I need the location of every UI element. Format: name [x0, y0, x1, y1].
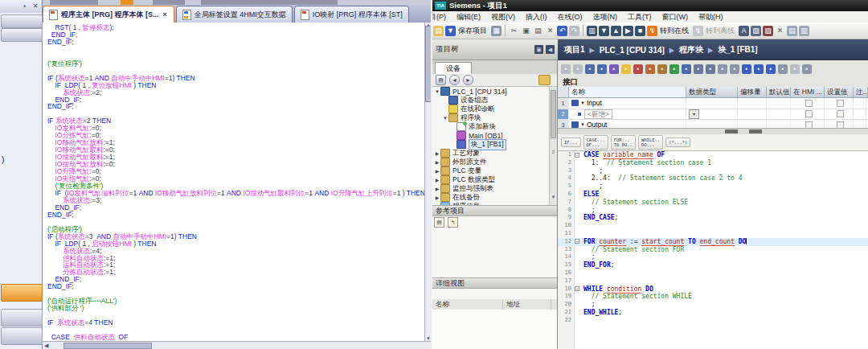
docked-panel-bar[interactable] [1, 14, 43, 28]
tree-item[interactable]: ▶PLC 变量 [432, 166, 549, 175]
expander-icon[interactable]: ▶ [434, 177, 440, 183]
tree-item[interactable]: ▶工艺对象 [432, 149, 549, 158]
menu-item-3[interactable]: 视图(V) [491, 12, 515, 23]
tree-item[interactable]: 添加新块 [432, 122, 549, 131]
offset-cell[interactable] [738, 109, 767, 120]
interface-row[interactable]: 1▼Input [558, 98, 868, 109]
expander-icon[interactable]: ▶ [434, 186, 440, 191]
scroll-left-icon[interactable]: ◀ [44, 343, 48, 349]
interface-column-5[interactable]: 在 HMI ... [791, 87, 825, 97]
insert-network-icon[interactable]: ▪ [561, 64, 571, 74]
close-icon[interactable]: ✕ [31, 2, 39, 10]
setpoint-checkbox[interactable] [837, 100, 844, 107]
split-horizontal-icon[interactable]: ▤ [787, 26, 797, 36]
jump-back-icon[interactable]: ▪ [682, 64, 691, 74]
accessible-devices-icon[interactable]: A [739, 26, 749, 36]
pin-icon[interactable]: ▪ [21, 2, 29, 10]
open-reference-icon[interactable]: ▤ [434, 217, 444, 228]
expander-icon[interactable]: ▼ [442, 116, 448, 121]
interface-column-1[interactable]: 名称 [569, 87, 686, 97]
tree-item[interactable]: 块_1 [FB1] [432, 140, 549, 149]
interface-column-4[interactable]: 默认值 [767, 87, 791, 97]
download-to-device-icon[interactable]: ▼ [599, 26, 609, 36]
monitor-on-icon[interactable]: ▪ [742, 64, 751, 74]
menu-item-1[interactable]: 项目(P) [432, 12, 446, 23]
docked-panel-bar-active[interactable] [1, 284, 43, 302]
tree-item[interactable]: 在线和诊断 [432, 105, 549, 113]
monitor-all-icon[interactable]: ▪ [754, 64, 764, 74]
scroll-down-icon[interactable]: ▼ [551, 195, 556, 199]
docked-panel-bar[interactable] [1, 327, 43, 345]
go-offline-icon-label[interactable]: 转到离线 [706, 26, 735, 36]
snippet-button-2[interactable]: CASE... OF... [583, 135, 608, 150]
default-value-cell[interactable] [767, 98, 791, 109]
favorites-icon[interactable]: ▪ [621, 64, 631, 74]
hmi-checkbox[interactable] [805, 100, 813, 107]
upload-from-device-icon[interactable]: ▲ [611, 26, 621, 36]
tree-scrollbar[interactable]: ≡ ▼ [549, 87, 557, 205]
fold-collapse-icon[interactable]: − [575, 286, 579, 291]
snippet-button-5[interactable]: (*...*) [665, 138, 690, 147]
default-value-cell[interactable] [767, 109, 791, 120]
undock-icon[interactable]: ↰ [448, 217, 458, 228]
menu-item-7[interactable]: 工具(T) [628, 12, 652, 23]
add-row-icon[interactable]: ▪ [573, 64, 583, 74]
forward-icon[interactable]: ► [463, 75, 473, 85]
details-column-2[interactable]: 地址 [503, 299, 551, 310]
docked-panel-bar[interactable] [1, 309, 43, 326]
comment-cell[interactable] [854, 98, 866, 109]
datatype-dropdown-icon[interactable]: ▾ [689, 109, 699, 119]
expander-icon[interactable]: ▶ [434, 195, 440, 200]
offset-cell[interactable] [738, 98, 767, 109]
new-project-icon[interactable]: ▤ [433, 26, 444, 36]
menu-item-4[interactable]: 插入(I) [526, 12, 547, 23]
gx-st-code-editor[interactable]: RST( 1 , 暂停标志); END_IF;END_IF; ('复位程序') … [43, 23, 424, 341]
tree-item[interactable]: ▶PLC 数据类型 [432, 175, 549, 184]
datatype-cell[interactable] [686, 98, 738, 109]
filter-icon[interactable] [538, 75, 551, 85]
save-project-icon-label[interactable]: 保存项目 [458, 26, 487, 36]
expander-icon[interactable]: ▶ [434, 159, 440, 165]
tree-item[interactable]: ▶外部源文件 [432, 158, 549, 166]
interface-row[interactable]: 2<新增>▾ [558, 109, 868, 121]
menu-item-9[interactable]: 帮助(H) [698, 12, 723, 23]
scrollbar-grip-icon[interactable]: ≡ [551, 150, 556, 154]
details-view-header[interactable]: 详细视图 [432, 277, 557, 289]
scrollbar-thumb[interactable] [551, 90, 556, 138]
reference-projects-header[interactable]: 参考项目 [432, 205, 557, 216]
indent-right-icon[interactable]: ▪ [694, 64, 703, 74]
breadcrumb-item-2[interactable]: PLC_1 [CPU 314] [600, 46, 665, 55]
stop-cpu-icon[interactable]: ■ [635, 26, 645, 36]
absolute-operands-icon[interactable]: ▪ [790, 64, 800, 74]
go-online-icon-label[interactable]: 转到在线 [660, 26, 689, 36]
interface-column-6[interactable]: 设置值 [825, 87, 854, 97]
tab-close-icon[interactable]: × [162, 10, 168, 18]
tree-item[interactable]: ▶监控与强制表 [432, 184, 549, 193]
indent-left-icon[interactable]: ▪ [706, 64, 715, 74]
snippet-button-1[interactable]: IF... [561, 138, 581, 147]
details-empty-list[interactable] [432, 310, 557, 349]
undo-icon[interactable]: ↶ [557, 26, 567, 36]
split-vertical-icon[interactable]: ▥ [799, 26, 809, 36]
collapse-panel-icon[interactable]: ◀ [546, 45, 555, 54]
save-project-icon[interactable]: ▼ [445, 26, 456, 36]
chevron-down-icon[interactable]: ▼ [580, 122, 585, 127]
scrollbar-thumb[interactable] [725, 129, 738, 133]
copy-icon[interactable]: ▣ [521, 26, 531, 36]
go-to-icon[interactable]: ▪ [645, 64, 655, 74]
redo-icon[interactable]: ↷ [569, 26, 579, 36]
comment-view-icon[interactable]: ▪ [802, 64, 812, 74]
monitor-now-icon[interactable]: ▪ [766, 64, 776, 74]
expander-icon[interactable]: ▶ [434, 150, 440, 156]
print-icon[interactable]: ▦ [491, 26, 502, 36]
chevron-down-icon[interactable]: ▼ [580, 101, 585, 105]
interface-column-7[interactable]: 注... [854, 87, 868, 97]
fbd-icon[interactable]: ▪ [609, 64, 619, 74]
comment-cell[interactable] [854, 109, 866, 120]
tree-item[interactable]: 设备组态 [432, 96, 549, 105]
snippet-button-4[interactable]: WHILE.. DO... [638, 135, 663, 150]
hmi-checkbox[interactable] [805, 110, 813, 117]
gx-tab-3[interactable]: IO映射 [PRG] 程序本体 [ST] [294, 6, 409, 23]
compile-block-icon[interactable]: ▪ [669, 64, 679, 74]
bookmark-a-icon[interactable]: ▪ [718, 64, 727, 74]
